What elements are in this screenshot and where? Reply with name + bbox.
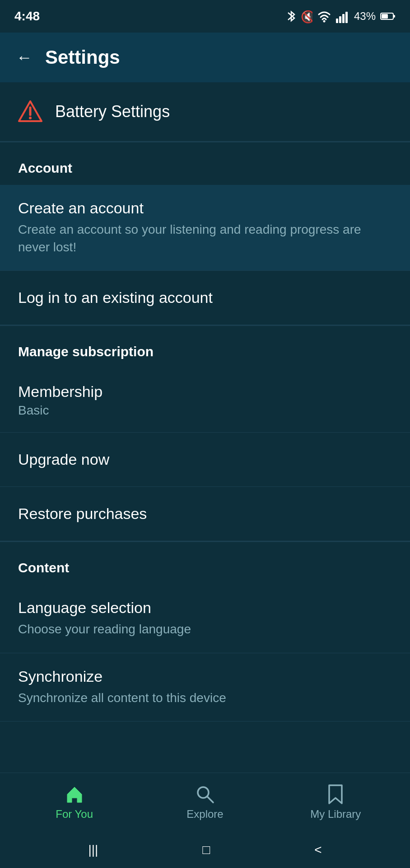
status-bar: 4:48 🔇 43%	[0, 0, 410, 33]
membership-title: Membership	[18, 383, 392, 401]
signal-icon	[336, 9, 349, 23]
home-button[interactable]: □	[202, 843, 210, 857]
battery-percent: 43%	[354, 10, 376, 23]
restore-purchases-item[interactable]: Restore purchases	[0, 487, 410, 541]
home-icon	[65, 784, 84, 804]
svg-point-1	[323, 20, 325, 23]
svg-rect-5	[345, 12, 348, 23]
login-label: Log in to an existing account	[18, 289, 213, 306]
create-account-title: Create an account	[18, 199, 392, 217]
tab-explore[interactable]: Explore	[140, 784, 270, 821]
language-selection-title: Language selection	[18, 599, 392, 617]
language-selection-subtitle: Choose your reading language	[18, 620, 392, 638]
svg-text:🔇: 🔇	[301, 9, 312, 24]
content-section-header: Content	[0, 542, 410, 585]
explore-label: Explore	[186, 808, 223, 821]
my-library-label: My Library	[310, 808, 361, 821]
for-you-label: For You	[56, 808, 93, 821]
back-nav-button[interactable]: <	[314, 843, 321, 857]
language-selection-item[interactable]: Language selection Choose your reading l…	[0, 585, 410, 653]
status-time: 4:48	[14, 9, 40, 24]
account-header-label: Account	[18, 160, 72, 175]
svg-line-13	[207, 797, 213, 802]
svg-rect-3	[339, 16, 341, 23]
svg-rect-4	[342, 14, 345, 23]
bookmark-icon	[326, 784, 345, 804]
app-header: ← Settings	[0, 33, 410, 82]
upgrade-now-item[interactable]: Upgrade now	[0, 433, 410, 487]
battery-settings-label: Battery Settings	[55, 102, 170, 121]
create-account-subtitle: Create an account so your listening and …	[18, 221, 392, 256]
account-section-header: Account	[0, 142, 410, 185]
subscription-section-header: Manage subscription	[0, 326, 410, 368]
content-header-label: Content	[18, 560, 69, 575]
membership-subtitle: Basic	[18, 403, 392, 418]
svg-point-11	[29, 117, 32, 119]
synchronize-title: Synchronize	[18, 668, 392, 685]
login-item[interactable]: Log in to an existing account	[0, 271, 410, 325]
warning-icon	[18, 99, 42, 124]
restore-purchases-label: Restore purchases	[18, 505, 147, 522]
subscription-header-label: Manage subscription	[18, 344, 154, 359]
membership-item[interactable]: Membership Basic	[0, 368, 410, 433]
recent-apps-button[interactable]: |||	[88, 843, 98, 857]
synchronize-subtitle: Synchronize all content to this device	[18, 689, 392, 707]
wifi-icon	[317, 9, 331, 24]
upgrade-now-label: Upgrade now	[18, 451, 109, 468]
page-title: Settings	[45, 47, 120, 68]
battery-settings-item[interactable]: Battery Settings	[0, 82, 410, 142]
tab-for-you[interactable]: For You	[9, 784, 140, 821]
svg-rect-8	[393, 15, 395, 18]
bluetooth-icon	[286, 9, 296, 24]
bottom-navigation: For You Explore My Library ||| □ <	[0, 773, 410, 868]
search-icon	[195, 784, 215, 804]
mute-icon: 🔇	[301, 9, 312, 24]
synchronize-item[interactable]: Synchronize Synchronize all content to t…	[0, 653, 410, 722]
status-icons: 🔇 43%	[286, 9, 396, 24]
create-account-item[interactable]: Create an account Create an account so y…	[0, 185, 410, 271]
nav-tabs-container: For You Explore My Library	[0, 773, 410, 832]
svg-rect-2	[336, 19, 338, 23]
tab-my-library[interactable]: My Library	[270, 784, 401, 821]
system-nav-bar: ||| □ <	[0, 832, 410, 868]
back-button[interactable]: ←	[16, 48, 33, 67]
battery-icon	[380, 12, 396, 21]
svg-rect-7	[382, 14, 388, 19]
